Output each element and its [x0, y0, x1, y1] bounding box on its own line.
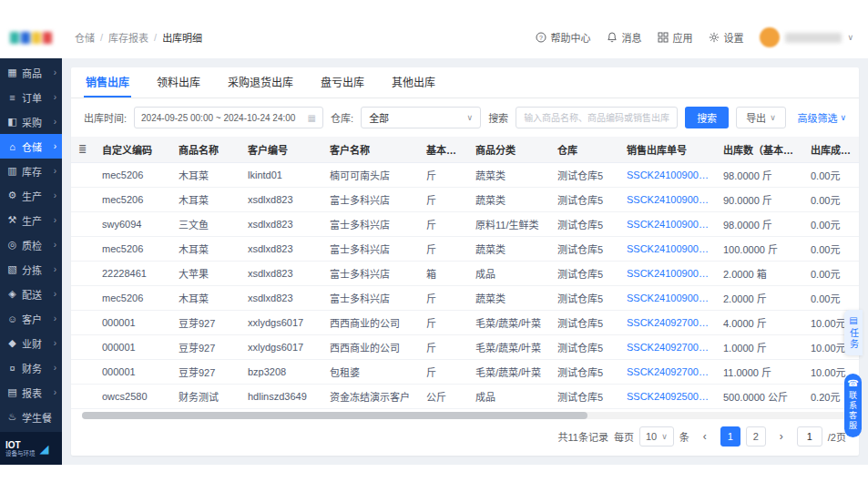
outbound-order-link[interactable]: SSCK24100900015	[619, 261, 716, 285]
contact-support-fab[interactable]: ☎ 联系客服	[844, 374, 862, 437]
advanced-filter-link[interactable]: 高级筛选 ∨	[797, 110, 846, 125]
chevron-down-icon: ∨	[847, 33, 853, 42]
sidebar-item-purchase[interactable]: ◧采购›	[0, 109, 62, 134]
sidebar-item-production2[interactable]: ⚒生产›	[0, 208, 62, 232]
next-page-button[interactable]: ›	[771, 426, 791, 447]
table-cell: 成品	[468, 261, 550, 285]
table-cell: 资金冻结演示客户	[322, 384, 419, 408]
table-cell: 22228461	[95, 261, 171, 285]
warehouse-select[interactable]: 全部 ∨	[361, 107, 481, 128]
prev-page-button[interactable]: ‹	[695, 426, 715, 447]
tab-purchase-return-outbound[interactable]: 采购退货出库	[226, 67, 295, 98]
table-cell: 蔬菜类	[468, 162, 550, 187]
sidebar-menu: ▦商品›≡订单›◧采购›⌂仓储›▥库存›⚙生产›⚒生产›◎质检›▧分拣›◈配送›…	[0, 58, 62, 432]
sidebar-item-label: 客户	[22, 312, 42, 326]
chevron-right-icon: ›	[54, 141, 56, 151]
tasks-fab[interactable]: ▤ 任务	[844, 310, 863, 355]
top-action-label: 帮助中心	[550, 30, 590, 45]
sidebar-item-warehouse[interactable]: ⌂仓储›	[0, 134, 62, 159]
outbound-order-link[interactable]: SSCK24092700004	[619, 334, 716, 359]
sidebar-item-inventory[interactable]: ▥库存›	[0, 159, 62, 183]
sidebar-item-delivery[interactable]: ◈配送›	[0, 282, 62, 306]
sidebar-item-customer[interactable]: ☺客户›	[0, 306, 62, 331]
sidebar-item-label: 质检	[22, 238, 42, 252]
table-cell: 测试仓库5	[550, 285, 619, 310]
sidebar-item-production[interactable]: ⚙生产›	[0, 183, 62, 208]
search-input[interactable]	[516, 107, 678, 128]
table-cell: 富士多科兴店	[322, 261, 419, 285]
calendar-icon: ▦	[308, 113, 316, 123]
sidebar-item-goods[interactable]: ▦商品›	[0, 60, 62, 85]
column-header: 出库数（基本单位）	[716, 137, 803, 162]
settings-button[interactable]: 设置	[709, 30, 743, 45]
production-icon: ⚙	[6, 190, 18, 201]
help-icon: ?	[536, 32, 546, 43]
sidebar-item-quality[interactable]: ◎质检›	[0, 232, 62, 257]
chevron-right-icon: ›	[54, 67, 56, 77]
table-cell: 90.0000 斤	[716, 187, 803, 211]
app-window: 仓储/库存报表/出库明细 ?帮助中心消息应用设置 ∨ ▦商品›≡订单›◧采购›⌂…	[0, 16, 868, 465]
tab-material-outbound[interactable]: 领料出库	[155, 67, 202, 98]
sidebar-item-biz-finance[interactable]: ◆业财›	[0, 331, 62, 355]
iot-footer: IOT 设备与环境 ◢	[0, 432, 62, 465]
tab-sales-outbound[interactable]: 销售出库	[84, 67, 131, 98]
table-cell: 测试仓库5	[550, 310, 619, 334]
table-cell: 斤	[419, 236, 468, 261]
table-cell: mec5206	[95, 187, 171, 211]
apps-button[interactable]: 应用	[658, 30, 692, 45]
user-menu[interactable]: ∨	[760, 27, 853, 47]
tab-loss-outbound[interactable]: 盘亏出库	[319, 67, 366, 98]
outbound-order-link[interactable]: SSCK24100900020	[619, 187, 716, 211]
column-settings-button[interactable]: ≣	[71, 137, 95, 162]
table-row: 000001豆芽927xxlydgs6017西西商业的公司斤毛菜/蔬菜/叶菜测试…	[71, 334, 859, 359]
top-action-label: 应用	[672, 30, 692, 45]
chevron-right-icon: ›	[54, 166, 56, 176]
table-cell: 000001	[95, 334, 171, 359]
table-cell: 西西商业的公司	[322, 334, 419, 359]
sidebar-item-label: 生产	[22, 213, 42, 228]
warehouse-select-value: 全部	[369, 110, 389, 125]
column-header: 商品分类	[468, 137, 550, 162]
export-button[interactable]: 导出 ∨	[736, 107, 786, 128]
production2-icon: ⚒	[6, 214, 18, 226]
column-settings-icon: ≣	[78, 143, 87, 154]
table-header-row: ≣自定义编码商品名称客户编号客户名称基本单位商品分类仓库销售出库单号出库数（基本…	[71, 137, 859, 162]
outbound-order-link[interactable]: SSCK24100900017	[619, 211, 716, 236]
orders-icon: ≡	[6, 92, 18, 103]
outbound-order-link[interactable]: SSCK24100900015	[619, 285, 716, 310]
page-button-2[interactable]: 2	[746, 426, 766, 447]
goto-page-input[interactable]	[797, 426, 822, 447]
date-range-picker[interactable]: 2024-09-25 00:00 ~ 2024-10-24 24:00 ▦	[134, 107, 323, 128]
help-button[interactable]: ?帮助中心	[536, 30, 590, 45]
chevron-right-icon: ›	[54, 190, 56, 200]
outbound-order-link[interactable]: SSCK24100900021	[619, 162, 716, 187]
table-cell: mec5206	[95, 162, 171, 187]
sidebar-item-label: 财务	[22, 361, 42, 375]
outbound-order-link[interactable]: SSCK24092500004	[619, 384, 716, 408]
sidebar-item-label: 订单	[22, 90, 42, 105]
sidebar-item-student-meal[interactable]: ♨学生餐	[0, 405, 62, 429]
table-cell: 000001	[95, 310, 171, 334]
breadcrumb-item[interactable]: 仓储	[75, 30, 95, 45]
outbound-detail-card: 销售出库领料出库采购退货出库盘亏出库其他出库 出库时间: 2024-09-25 …	[71, 67, 859, 456]
sidebar-item-orders[interactable]: ≡订单›	[0, 85, 62, 109]
horizontal-scrollbar-thumb[interactable]	[82, 412, 587, 419]
outbound-order-link[interactable]: SSCK24092700004	[619, 310, 716, 334]
table-cell: 500.0000 公斤	[716, 384, 803, 408]
sidebar-item-sorting[interactable]: ▧分拣›	[0, 257, 62, 282]
per-page-select[interactable]: 10 ∨	[639, 426, 674, 447]
per-page-unit: 条	[679, 429, 689, 444]
outbound-order-link[interactable]: SSCK24092700011	[619, 359, 716, 384]
table-row: mec5206木耳菜xsdlxd823富士多科兴店斤蔬菜类测试仓库5SSCK24…	[71, 236, 859, 261]
breadcrumb-item[interactable]: 库存报表	[108, 30, 148, 45]
page-button-1[interactable]: 1	[720, 426, 740, 447]
search-button[interactable]: 搜索	[685, 107, 729, 128]
sidebar-item-finance[interactable]: ¤财务›	[0, 355, 62, 380]
table-cell: xxlydgs6017	[240, 334, 322, 359]
tab-other-outbound[interactable]: 其他出库	[390, 67, 437, 98]
outbound-order-link[interactable]: SSCK24100900017	[619, 236, 716, 261]
tasks-fab-label: 任务	[847, 328, 861, 350]
table-cell: 豆芽927	[171, 334, 240, 359]
message-button[interactable]: 消息	[607, 30, 641, 45]
sidebar-item-report[interactable]: ▤报表›	[0, 380, 62, 405]
